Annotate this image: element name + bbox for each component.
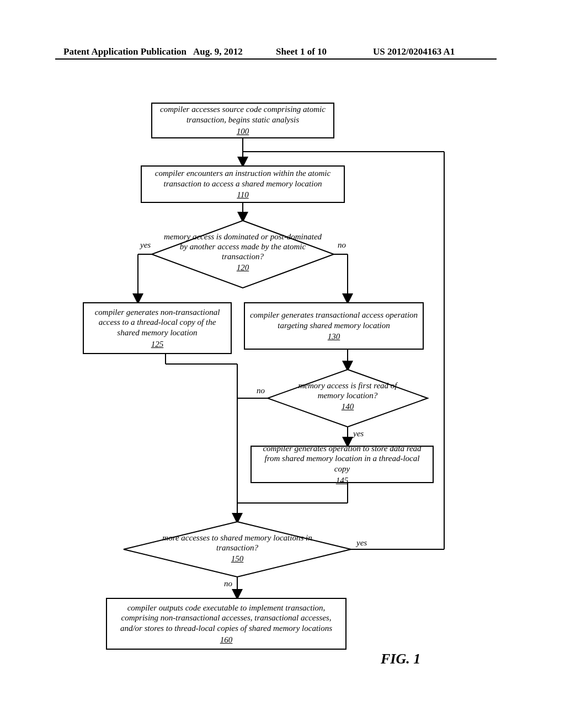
label-150-no: no <box>224 579 232 588</box>
node-145-text: compiler generates operation to store da… <box>256 443 428 474</box>
node-160-text: compiler outputs code executable to impl… <box>111 603 341 634</box>
node-110-ref: 110 <box>146 190 339 200</box>
label-140-yes: yes <box>353 429 364 438</box>
node-110-text: compiler encounters an instruction withi… <box>146 168 339 189</box>
label-150-yes: yes <box>356 538 367 548</box>
svg-marker-21 <box>268 370 428 427</box>
node-160: compiler outputs code executable to impl… <box>106 598 347 650</box>
decision-150 <box>124 522 351 577</box>
label-120-no: no <box>338 240 346 250</box>
node-125-ref: 125 <box>88 339 226 350</box>
node-110: compiler encounters an instruction withi… <box>141 165 345 203</box>
figure-label: FIG. 1 <box>381 651 420 667</box>
node-130-text: compiler generates transactional access … <box>249 310 418 331</box>
node-125: compiler generates non-transactional acc… <box>83 302 232 354</box>
svg-marker-22 <box>124 522 351 577</box>
decision-140 <box>268 370 428 427</box>
label-120-yes: yes <box>140 240 151 250</box>
node-100-ref: 100 <box>157 126 329 137</box>
node-145: compiler generates operation to store da… <box>250 446 434 483</box>
svg-marker-20 <box>152 221 334 288</box>
node-100-text: compiler accesses source code comprising… <box>157 104 329 125</box>
node-145-ref: 145 <box>256 475 428 486</box>
node-130-ref: 130 <box>249 331 418 342</box>
decision-120 <box>152 221 334 288</box>
node-100: compiler accesses source code comprising… <box>151 103 334 138</box>
flowchart-canvas: compiler accesses source code comprising… <box>0 0 565 728</box>
patent-page: Patent Application Publication Aug. 9, 2… <box>0 0 565 728</box>
node-160-ref: 160 <box>111 635 341 645</box>
node-125-text: compiler generates non-transactional acc… <box>88 307 226 338</box>
node-130: compiler generates transactional access … <box>244 302 424 350</box>
label-140-no: no <box>257 386 265 395</box>
